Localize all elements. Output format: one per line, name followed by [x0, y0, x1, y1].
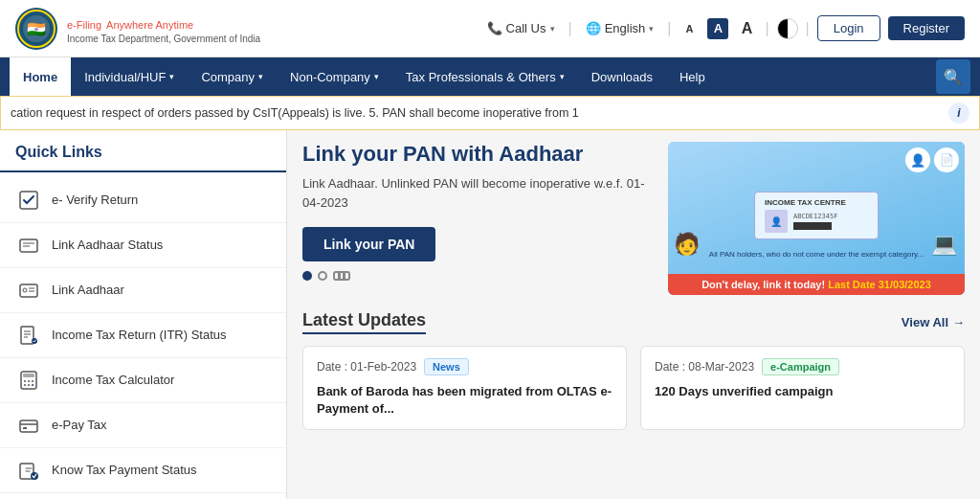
tax-payment-status-icon — [15, 457, 42, 484]
logo-area: 🇮🇳 e-Filing Anywhere Anytime Income Tax … — [15, 8, 260, 50]
pan-figure-left: 🧑 — [674, 232, 700, 257]
ql-itr-status[interactable]: Income Tax Return (ITR) Status — [0, 313, 286, 358]
pan-card: INCOME TAX CENTRE 👤 ABCDE12345F — [754, 192, 879, 239]
ql-verify-return-label: e- Verify Return — [52, 193, 138, 209]
svg-rect-17 — [23, 374, 34, 377]
top-bar: 🇮🇳 e-Filing Anywhere Anytime Income Tax … — [0, 0, 980, 57]
right-content: Link your PAN with Aadhaar Link Aadhaar.… — [287, 130, 980, 499]
font-small-button[interactable]: A — [679, 18, 700, 39]
top-right-controls: 📞 Call Us ▾ | 🌐 English ▾ | A A A | | Lo… — [481, 15, 965, 41]
pan-last-date: Last Date 31/03/2023 — [828, 279, 931, 290]
update-cards: Date : 01-Feb-2023 News Bank of Baroda h… — [302, 346, 965, 430]
ql-itr-status-label: Income Tax Return (ITR) Status — [52, 328, 227, 344]
update-card-1-date: Date : 01-Feb-2023 — [317, 360, 416, 374]
aadhaar-icon — [15, 277, 42, 304]
pan-banner-image: 👤 📄 INCOME TAX CENTRE 👤 ABCDE12345F — [668, 142, 965, 295]
nav-individual-huf[interactable]: Individual/HUF ▾ — [71, 57, 188, 96]
chevron-down-icon: ▾ — [550, 24, 555, 34]
nav-non-company-chevron-icon: ▾ — [374, 72, 379, 81]
nav-tax-professionals[interactable]: Tax Professionals & Others ▾ — [392, 57, 578, 96]
svg-rect-26 — [23, 427, 27, 429]
ql-link-aadhaar[interactable]: Link Aadhaar — [0, 268, 286, 313]
slide-dot-2[interactable] — [318, 271, 327, 281]
nav-non-company[interactable]: Non-Company ▾ — [277, 57, 392, 96]
svg-point-23 — [32, 384, 33, 386]
quick-links-panel: Quick Links e- Verify Return Link Aadhaa… — [0, 130, 287, 499]
call-us-label: Call Us — [506, 21, 546, 35]
svg-point-8 — [23, 288, 27, 292]
slide-pause-button[interactable] — [333, 271, 350, 281]
nav-downloads[interactable]: Downloads — [578, 57, 666, 96]
ql-link-aadhaar-label: Link Aadhaar — [52, 283, 124, 299]
pay-tax-icon — [15, 412, 42, 439]
language-selector[interactable]: 🌐 English ▾ — [580, 21, 660, 35]
pan-barcode — [793, 222, 832, 230]
phone-icon: 📞 — [487, 21, 502, 35]
latest-updates-header: Latest Updates View All → — [302, 310, 965, 334]
nav-individual-chevron-icon: ▾ — [169, 72, 174, 81]
logo-text: e-Filing Anywhere Anytime Income Tax Dep… — [67, 13, 260, 44]
verify-return-icon — [15, 187, 42, 214]
ticker-text: cation request in respect of orders pass… — [11, 106, 941, 120]
svg-point-21 — [24, 384, 26, 386]
slide-dots — [302, 271, 653, 281]
pan-photo: 👤 — [765, 210, 788, 233]
calculator-icon — [15, 367, 42, 394]
pause-bar-1 — [338, 273, 341, 279]
search-button[interactable]: 🔍 — [936, 59, 970, 94]
svg-point-22 — [28, 384, 30, 386]
separator-4: | — [806, 20, 810, 37]
pan-section: Link your PAN with Aadhaar Link Aadhaar.… — [302, 142, 965, 295]
ql-income-tax-calculator[interactable]: Income Tax Calculator — [0, 358, 286, 403]
info-icon[interactable]: i — [948, 102, 969, 124]
font-medium-button[interactable]: A — [707, 18, 728, 39]
language-chevron-icon: ▾ — [649, 24, 654, 34]
globe-icon: 🌐 — [586, 21, 601, 35]
contrast-button[interactable] — [777, 18, 798, 39]
register-button[interactable]: Register — [888, 16, 965, 40]
svg-point-18 — [24, 380, 26, 382]
arrow-right-icon: → — [952, 315, 965, 329]
main-content: Quick Links e- Verify Return Link Aadhaa… — [0, 130, 980, 499]
ql-instant-epan[interactable]: PAN Instant E-PAN — [0, 493, 286, 499]
search-icon: 🔍 — [944, 68, 963, 86]
nav-company[interactable]: Company ▾ — [188, 57, 277, 96]
svg-point-20 — [32, 380, 33, 382]
nav-help-label: Help — [679, 70, 705, 84]
ql-link-aadhaar-status[interactable]: Link Aadhaar Status — [0, 223, 286, 268]
call-us-button[interactable]: 📞 Call Us ▾ — [481, 21, 561, 35]
nav-bar: Home Individual/HUF ▾ Company ▾ Non-Comp… — [0, 57, 980, 96]
view-all-button[interactable]: View All → — [902, 315, 965, 329]
aadhaar-status-icon — [15, 232, 42, 259]
nav-tax-professionals-label: Tax Professionals & Others — [406, 70, 556, 84]
nav-home[interactable]: Home — [10, 57, 71, 96]
slide-dot-1[interactable] — [302, 271, 312, 281]
ql-know-tax-payment-status[interactable]: Know Tax Payment Status — [0, 448, 286, 493]
update-card-2-header: Date : 08-Mar-2023 e-Campaign — [655, 358, 950, 375]
nav-company-chevron-icon: ▾ — [258, 72, 263, 81]
pan-text-area: Link your PAN with Aadhaar Link Aadhaar.… — [302, 142, 653, 295]
font-large-button[interactable]: A — [736, 18, 757, 39]
ql-epay-tax[interactable]: e-Pay Tax — [0, 403, 286, 448]
quick-links-title: Quick Links — [0, 144, 286, 172]
nav-help[interactable]: Help — [666, 57, 719, 96]
svg-rect-24 — [20, 420, 37, 432]
update-card-1: Date : 01-Feb-2023 News Bank of Baroda h… — [302, 346, 627, 430]
latest-updates-title: Latest Updates — [302, 310, 426, 334]
ql-income-tax-calculator-label: Income Tax Calculator — [52, 373, 174, 389]
separator-1: | — [568, 20, 572, 37]
separator-3: | — [765, 20, 768, 37]
login-button[interactable]: Login — [817, 15, 880, 41]
link-pan-button[interactable]: Link your PAN — [302, 227, 435, 261]
nav-individual-huf-label: Individual/HUF — [84, 70, 166, 84]
nav-non-company-label: Non-Company — [290, 70, 370, 84]
banner-icon-2: 📄 — [934, 147, 959, 172]
ql-verify-return[interactable]: e- Verify Return — [0, 178, 286, 223]
nav-downloads-label: Downloads — [591, 70, 653, 84]
ql-link-aadhaar-status-label: Link Aadhaar Status — [52, 238, 163, 254]
nav-tax-chevron-icon: ▾ — [560, 72, 565, 81]
update-card-2: Date : 08-Mar-2023 e-Campaign 120 Days u… — [640, 346, 965, 430]
ticker-bar: cation request in respect of orders pass… — [0, 96, 980, 130]
pan-banner-text: Don't delay, link it today! — [702, 279, 825, 290]
logo-subtitle: Income Tax Department, Government of Ind… — [67, 34, 260, 44]
